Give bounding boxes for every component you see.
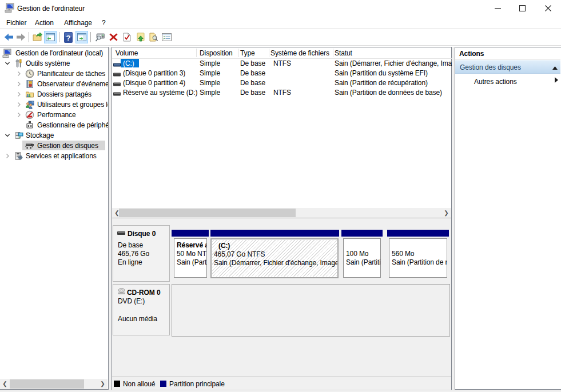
svg-text:?: ? — [66, 33, 70, 42]
